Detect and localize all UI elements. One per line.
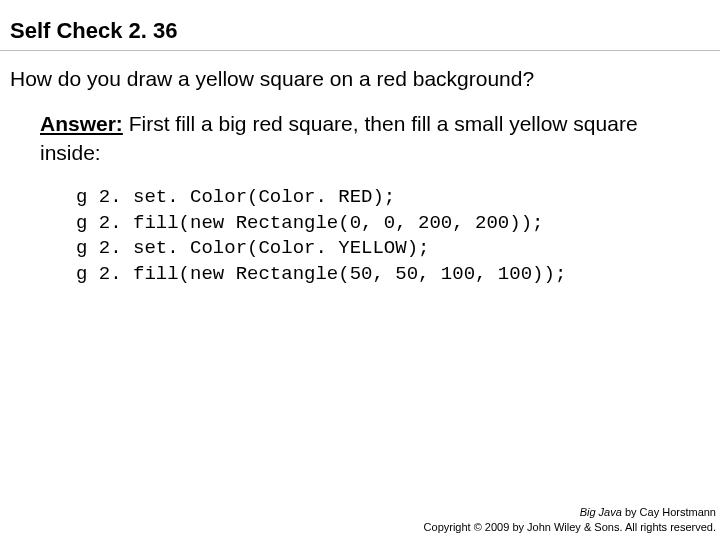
code-line-4: g 2. fill(new Rectangle(50, 50, 100, 100… [76, 263, 566, 285]
answer-text: First fill a big red square, then fill a… [40, 112, 638, 163]
slide-title: Self Check 2. 36 [0, 0, 720, 50]
answer-label: Answer: [40, 112, 123, 135]
code-line-2: g 2. fill(new Rectangle(0, 0, 200, 200))… [76, 212, 543, 234]
footer-copyright: Copyright © 2009 by John Wiley & Sons. A… [424, 520, 716, 534]
slide: Self Check 2. 36 How do you draw a yello… [0, 0, 720, 540]
code-line-3: g 2. set. Color(Color. YELLOW); [76, 237, 429, 259]
question-text: How do you draw a yellow square on a red… [0, 51, 720, 102]
code-block: g 2. set. Color(Color. RED); g 2. fill(n… [0, 175, 720, 298]
code-line-1: g 2. set. Color(Color. RED); [76, 186, 395, 208]
footer-byline: by Cay Horstmann [622, 506, 716, 518]
footer: Big Java by Cay Horstmann Copyright © 20… [424, 505, 716, 534]
footer-line-1: Big Java by Cay Horstmann [424, 505, 716, 519]
answer-block: Answer: First fill a big red square, the… [0, 102, 720, 175]
book-title: Big Java [580, 506, 622, 518]
